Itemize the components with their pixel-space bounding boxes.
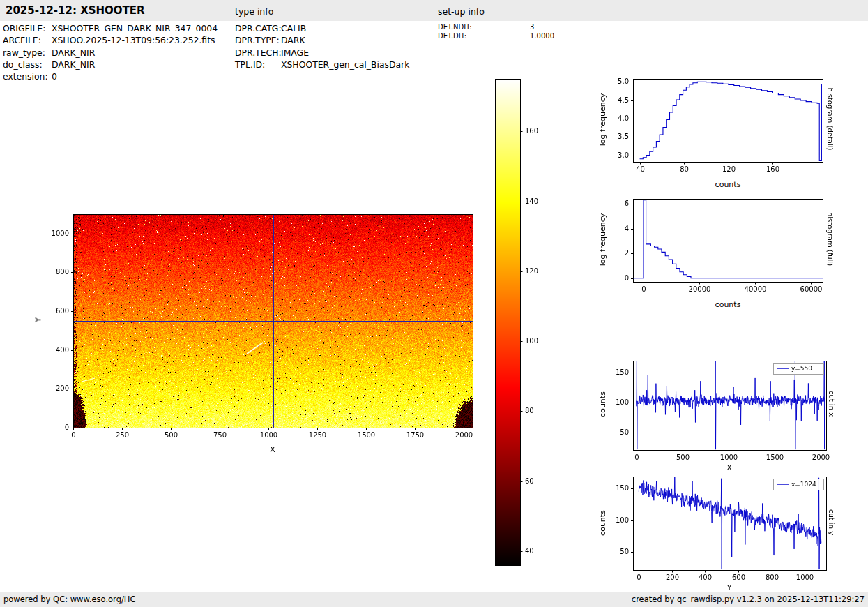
field-label: DPR.TYPE: [235,34,281,46]
hist-full-side-label: histogram (full) [826,170,834,309]
type-info-row: TPL.ID:XSHOOTER_gen_cal_BiasDark [235,59,409,70]
field-value: 0 [52,70,57,82]
field-value: IMAGE [281,47,309,59]
field-label: ORIGFILE: [3,22,52,34]
detector-x-axis-label: X [203,445,342,454]
field-value: DARK_NIR [52,47,95,59]
cut-y-side-label: cut in y [828,453,835,592]
file-info-row: raw_type:DARK_NIR [3,47,218,59]
field-value: XSHOOTER_GEN_DARK_NIR_347_0004 [52,22,218,34]
field-label: DPR.CATG: [235,22,281,34]
footer-right: created by qc_rawdisp.py v1.2.3 on 2025-… [632,592,865,607]
file-info-row: ORIGFILE:XSHOOTER_GEN_DARK_NIR_347_0004 [3,22,218,34]
field-value: XSHOO.2025-12-13T09:56:23.252.fits [52,34,215,46]
hist-full-canvas [607,193,837,299]
hist-full-x-axis-label: counts [658,300,798,309]
cut-x-x-axis-label: X [660,463,799,472]
footer-bar: powered by QC: www.eso.org/HC created by… [0,592,868,607]
setup-info-heading: set-up info [438,6,485,17]
field-value: XSHOOTER_gen_cal_BiasDark [281,59,409,70]
field-label: extension: [3,70,52,82]
field-value: 3 [530,23,534,32]
detector-y-axis-label: Y [34,250,43,390]
cut-y-canvas [607,470,844,590]
field-value: 1.0000 [530,32,554,41]
hist-full-y-axis-label: log frequency [598,170,607,310]
field-label: TPL.ID: [235,59,281,70]
qc-report-page: 2025-12-12: XSHOOTER type info set-up in… [0,0,868,607]
field-label: DET.DIT: [438,32,530,41]
field-label: ARCFILE: [3,34,52,46]
hist-detail-x-axis-label: counts [658,180,798,189]
setup-info-row: DET.NDIT:3 [438,23,554,32]
file-info-row: ARCFILE:XSHOO.2025-12-13T09:56:23.252.fi… [3,34,218,46]
type-info-row: DPR.TYPE:DARK [235,34,409,46]
file-info-row: extension:0 [3,70,218,82]
footer-left: powered by QC: www.eso.org/HC [3,592,135,607]
field-label: do_class: [3,59,52,70]
field-value: DARK [281,34,305,46]
field-value: DARK_NIR [52,59,95,70]
cut-y-y-axis-label: counts [598,454,607,593]
page-title: 2025-12-12: XSHOOTER [6,4,145,17]
file-info-row: do_class:DARK_NIR [3,59,218,70]
setup-info-row: DET.DIT:1.0000 [438,32,554,41]
detector-image-canvas [35,202,495,457]
field-label: raw_type: [3,47,52,59]
type-info-row: DPR.TECH:IMAGE [235,47,409,59]
type-info-block: DPR.CATG:CALIB DPR.TYPE:DARK DPR.TECH:IM… [235,22,409,70]
cut-x-canvas [607,354,844,466]
type-info-heading: type info [235,6,273,17]
hist-detail-side-label: histogram (detail) [826,50,834,189]
setup-info-block: DET.NDIT:3 DET.DIT:1.0000 [438,23,554,40]
field-label: DET.NDIT: [438,23,530,32]
hist-detail-canvas [607,73,837,179]
header-bar: 2025-12-12: XSHOOTER type info set-up in… [0,0,868,21]
hist-detail-y-axis-label: log frequency [598,50,607,190]
type-info-row: DPR.CATG:CALIB [235,22,409,34]
field-value: CALIB [281,22,306,34]
file-info-block: ORIGFILE:XSHOOTER_GEN_DARK_NIR_347_0004 … [3,22,218,82]
field-label: DPR.TECH: [235,47,281,59]
colorbar-canvas [492,75,554,571]
